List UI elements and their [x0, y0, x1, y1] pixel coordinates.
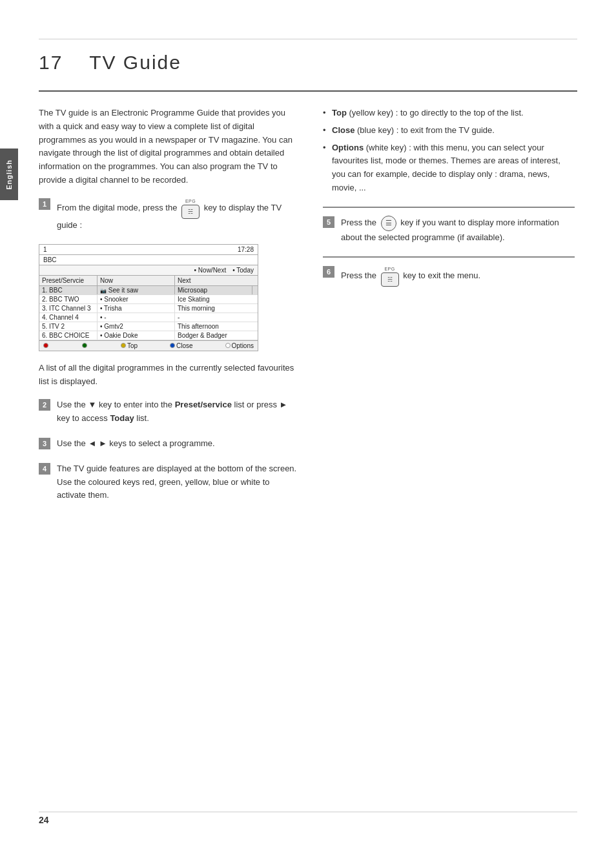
top-divider [39, 39, 577, 39]
right-column: Top (yellow key) : to go directly to the… [323, 107, 575, 298]
tv-guide-bbc: BBC [39, 255, 258, 265]
step-2: 2 Use the ▼ key to enter into the Preset… [39, 398, 297, 425]
step-4-text: The TV guide features are displayed at t… [57, 462, 297, 502]
intro-text: The TV guide is an Electronic Programme … [39, 107, 297, 187]
right-divider-2 [323, 256, 575, 258]
bottom-divider [39, 812, 577, 812]
feature-top: Top (yellow key) : to go directly to the… [323, 107, 575, 120]
step-5-text: Press the ☰ key if you want to display m… [341, 216, 575, 245]
tv-guide-row-5: 5. ITV 2 • Gmtv2 This afternoon [39, 322, 258, 331]
tv-guide-row-6: 6. BBC CHOICE • Oakie Doke Bodger & Badg… [39, 331, 258, 340]
right-divider-1 [323, 207, 575, 208]
blue-dot [170, 343, 175, 348]
feature-list: Top (yellow key) : to go directly to the… [323, 107, 575, 195]
list-after-guide-text: A list of all the digital programmes in … [39, 362, 297, 389]
step-3-text: Use the ◄ ► keys to select a programme. [57, 437, 215, 451]
page-number: 24 [39, 815, 49, 825]
epg-icon-1: EPG ☵ [181, 198, 200, 219]
info-icon: ☰ [381, 216, 396, 231]
epg-icon-6: EPG ☵ [381, 265, 399, 287]
chapter-heading: 17 TV Guide [39, 52, 181, 74]
tv-guide-row-2: 2. BBC TWO • Snooker Ice Skating [39, 295, 258, 304]
step-4: 4 The TV guide features are displayed at… [39, 462, 297, 502]
step-5: 5 Press the ☰ key if you want to display… [323, 216, 575, 245]
tv-guide-channel: 1 [43, 246, 47, 253]
tv-guide-header: 1 17:28 [39, 245, 258, 255]
white-dot [225, 343, 231, 348]
yellow-dot [121, 343, 126, 348]
step-num-6: 6 [323, 266, 334, 278]
step-1-text: From the digital mode, press the EPG ☵ k… [57, 198, 297, 232]
step-6: 6 Press the EPG ☵ key to exit the menu. [323, 265, 575, 287]
tv-guide-col-headers: Preset/Servcie Now Next [39, 276, 258, 286]
tv-guide-image: 1 17:28 BBC • Now/Next • Today Preset/Se… [39, 244, 258, 351]
green-dot [82, 343, 87, 348]
red-dot [43, 343, 48, 348]
step-1: 1 From the digital mode, press the EPG ☵… [39, 198, 297, 232]
feature-options: Options (white key) : with this menu, yo… [323, 141, 575, 195]
tv-guide-time: 17:28 [238, 246, 254, 253]
left-column: The TV guide is an Electronic Programme … [39, 107, 297, 514]
step-6-text: Press the EPG ☵ key to exit the menu. [341, 265, 480, 287]
step-num-5: 5 [323, 216, 334, 228]
chapter-number: 17 [39, 52, 63, 73]
heading-divider [39, 90, 577, 92]
step-3: 3 Use the ◄ ► keys to select a programme… [39, 437, 297, 451]
sidebar-language: English [0, 149, 18, 200]
tv-guide-row-4: 4. Channel 4 • - - [39, 313, 258, 322]
step-num-3: 3 [39, 438, 50, 449]
chapter-title: TV Guide [89, 52, 181, 73]
step-num-2: 2 [39, 399, 50, 411]
feature-close: Close (blue key) : to exit from the TV g… [323, 124, 575, 138]
step-2-text: Use the ▼ key to enter into the Preset/s… [57, 398, 297, 425]
tv-guide-footer: Top Close Options [39, 340, 258, 351]
tv-guide-row-1: 1. BBC 📷 See it saw Microsoap [39, 286, 258, 295]
tv-guide-row-3: 3. ITC Channel 3 • Trisha This morning [39, 304, 258, 313]
step-num-1: 1 [39, 198, 50, 210]
page: English 17 TV Guide The TV guide is an E… [0, 0, 616, 851]
tv-guide-nav: • Now/Next • Today [39, 265, 258, 276]
step-num-4: 4 [39, 463, 50, 475]
